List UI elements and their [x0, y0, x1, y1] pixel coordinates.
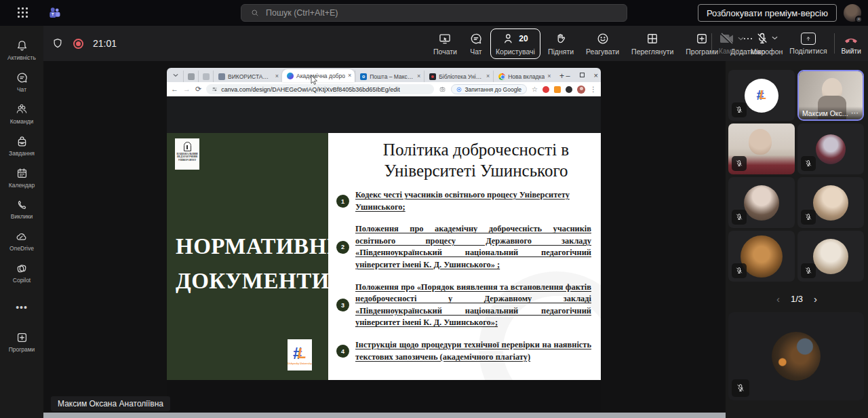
- participant-tile[interactable]: [797, 124, 864, 174]
- recording-indicator-icon: [73, 39, 83, 49]
- back-icon: ←: [171, 86, 178, 93]
- browser-tab-strip: ВИКОРИСТАННЯ У × Академічна добро × o По…: [167, 68, 601, 82]
- document-list: 1 Кодекс честі учасників освітнього проц…: [336, 189, 591, 363]
- backpack-icon: [16, 135, 28, 148]
- browser-toolbar: ← → ⟳ canva.com/design/DAHEGeOwIAQ/KtjXv…: [167, 82, 601, 96]
- browser-tab: Бібліотека Універс ×: [424, 71, 493, 82]
- shared-chrome-window: ВИКОРИСТАННЯ У × Академічна добро × o По…: [167, 68, 601, 412]
- user-avatar[interactable]: ×: [844, 4, 861, 22]
- camera-button[interactable]: Камера: [719, 33, 744, 55]
- page-indicator: 1/3: [791, 294, 803, 304]
- react-button[interactable]: Реагувати: [581, 29, 624, 58]
- teams-meeting-window: T Пошук (Ctrl+Alt+E) Розблокувати преміу…: [0, 0, 868, 418]
- search-icon: [251, 9, 259, 17]
- grid-view-icon: [646, 32, 659, 45]
- browser-profile-icon: [577, 86, 585, 94]
- add-app-icon: [695, 32, 709, 45]
- chevron-down-icon[interactable]: [738, 37, 744, 41]
- self-view-tile[interactable]: [728, 312, 864, 400]
- camera-off-icon: [719, 33, 735, 45]
- app-launcher-icon[interactable]: [18, 7, 28, 18]
- library-favicon: [429, 73, 436, 80]
- sidebar-item-chat[interactable]: Чат: [1, 66, 42, 98]
- browser-tab: o Пошта – Максим О ×: [355, 71, 424, 82]
- meeting-toolbar: 21:01 Почати Чат: [43, 26, 868, 61]
- sidebar-item-copilot[interactable]: Copilot: [1, 257, 42, 289]
- sidebar-item-calendar[interactable]: Календар: [1, 162, 42, 193]
- participant-tile[interactable]: [797, 231, 864, 282]
- smiley-icon: [596, 32, 610, 45]
- tab-close-icon: ×: [348, 73, 351, 79]
- participant-avatar: [816, 134, 846, 164]
- participant-avatar: [813, 239, 848, 274]
- raise-hand-button[interactable]: Підняти: [543, 29, 578, 58]
- shared-screen-stage: ВИКОРИСТАННЯ У × Академічна добро × o По…: [43, 61, 726, 418]
- start-presenting-button[interactable]: Почати: [429, 29, 462, 58]
- unlock-premium-button[interactable]: Розблокувати преміум-версію: [698, 4, 837, 22]
- address-bar: canva.com/design/DAHEGeOwIAQ/KtjXvBf8405…: [206, 84, 434, 94]
- tab-close-icon: ×: [547, 73, 551, 79]
- chevron-down-icon[interactable]: [772, 36, 778, 40]
- presenter-name-label: Максим Оксана Анатоліївна: [51, 396, 170, 411]
- list-item: 4 Інструкція щодо процедури технічної пе…: [336, 339, 591, 363]
- next-page-icon[interactable]: ›: [814, 293, 817, 305]
- share-screen-icon: [801, 33, 816, 45]
- pinned-tab: [183, 71, 198, 82]
- participant-tile-active-speaker[interactable]: Максим Окс... ⋯: [797, 70, 864, 121]
- view-button[interactable]: Переглянути: [627, 29, 678, 58]
- sidebar-more-icon[interactable]: •••: [1, 296, 42, 319]
- list-item: 2 Положення про академічну доброчесність…: [336, 223, 591, 271]
- mic-muted-icon: [755, 32, 769, 45]
- screen-share-icon: [437, 32, 452, 45]
- bookmark-star-icon: ☆: [532, 86, 538, 93]
- person-icon: [502, 32, 516, 45]
- microphone-button[interactable]: Мікрофон: [751, 32, 783, 56]
- browser-tab: Нова вкладка ×: [493, 71, 554, 82]
- sidebar-item-assignments[interactable]: Завдання: [1, 130, 42, 162]
- participant-avatar: [813, 185, 848, 221]
- raised-hand-icon: [554, 32, 568, 45]
- window-maximize-icon: [580, 73, 585, 77]
- tile-more-icon[interactable]: ⋯: [851, 109, 859, 117]
- participants-count-badge: 20: [519, 34, 528, 43]
- browser-menu-icon: ⋮: [590, 86, 597, 93]
- university-emblem-icon: [184, 142, 191, 151]
- sidebar-item-apps[interactable]: Програми: [1, 326, 42, 358]
- share-button[interactable]: Поділитися: [789, 33, 827, 55]
- canva-favicon: [287, 73, 294, 79]
- mic-muted-badge: [801, 156, 816, 171]
- mic-muted-badge: [732, 102, 747, 117]
- participant-tile[interactable]: [728, 124, 795, 174]
- outlook-favicon: o: [360, 73, 367, 80]
- participant-tile[interactable]: # L: [728, 70, 795, 121]
- chat-button[interactable]: Чат: [465, 29, 488, 58]
- sidebar-item-teams[interactable]: Команди: [1, 98, 42, 130]
- tab-favicon: [218, 73, 225, 80]
- participant-tile[interactable]: [728, 231, 795, 282]
- item-number-badge: 1: [336, 195, 349, 208]
- participant-tile[interactable]: [797, 177, 864, 228]
- slide-content-panel: Політика доброчесності в Університеті Уш…: [328, 133, 601, 380]
- participants-button[interactable]: 20 Користувачі: [490, 28, 540, 59]
- list-item: 3 Положення про «Порядок виявлення та вс…: [336, 282, 591, 329]
- prev-page-icon[interactable]: ‹: [776, 293, 780, 305]
- hang-up-icon: [842, 33, 860, 45]
- presence-status-icon: ×: [855, 16, 863, 23]
- sidebar-item-activity[interactable]: Активність: [1, 34, 42, 66]
- search-input[interactable]: Пошук (Ctrl+Alt+E): [241, 4, 627, 22]
- security-shield-icon: [52, 37, 64, 50]
- ask-google-button: Запитання до Google: [451, 84, 527, 94]
- bell-icon: [16, 39, 28, 52]
- slide-left-panel: НАЦІОНАЛЬНИЙ ПЕДАГОГІЧНИЙ УНІВЕРСИТЕТ НО…: [167, 133, 328, 380]
- sidebar-item-onedrive[interactable]: OneDrive: [1, 225, 42, 257]
- shared-taskbar-strip: [43, 413, 726, 418]
- google-lens-icon: [456, 87, 462, 92]
- chat-icon: [16, 71, 28, 84]
- university-logo: НАЦІОНАЛЬНИЙ ПЕДАГОГІЧНИЙ УНІВЕРСИТЕТ: [175, 138, 199, 170]
- participant-tile[interactable]: [728, 177, 795, 228]
- participant-name: Максим Окс...: [802, 109, 851, 117]
- sidebar-item-calls[interactable]: Виклики: [1, 193, 42, 225]
- mouse-cursor: [311, 75, 318, 85]
- divider: [711, 33, 712, 54]
- leave-button[interactable]: Вийти: [842, 33, 861, 55]
